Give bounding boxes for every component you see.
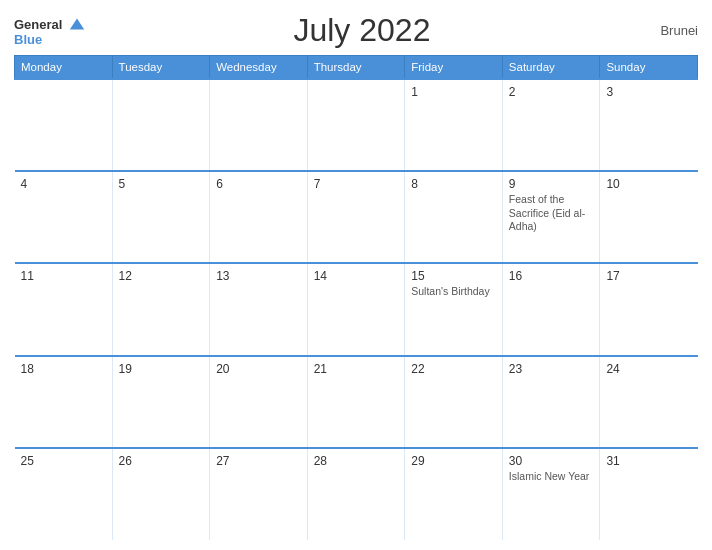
calendar-day-cell: 27 xyxy=(210,448,308,540)
calendar-day-cell: 19 xyxy=(112,356,210,448)
day-of-week-header: Wednesday xyxy=(210,56,308,80)
calendar-day-cell: 18 xyxy=(15,356,113,448)
logo-triangle-icon xyxy=(68,15,86,33)
day-number: 31 xyxy=(606,454,691,468)
day-number: 1 xyxy=(411,85,496,99)
calendar-day-cell: 2 xyxy=(502,79,600,171)
calendar-day-cell: 30Islamic New Year xyxy=(502,448,600,540)
calendar-day-cell: 20 xyxy=(210,356,308,448)
day-event: Islamic New Year xyxy=(509,470,590,482)
day-number: 27 xyxy=(216,454,301,468)
calendar-day-cell: 1 xyxy=(405,79,503,171)
calendar-day-cell: 15Sultan's Birthday xyxy=(405,263,503,355)
day-number: 8 xyxy=(411,177,496,191)
day-number: 11 xyxy=(21,269,106,283)
day-number: 6 xyxy=(216,177,301,191)
calendar-day-cell: 25 xyxy=(15,448,113,540)
header: General Blue July 2022 Brunei xyxy=(14,12,698,49)
day-number: 7 xyxy=(314,177,399,191)
calendar-day-cell: 26 xyxy=(112,448,210,540)
day-of-week-header: Tuesday xyxy=(112,56,210,80)
calendar-day-cell: 12 xyxy=(112,263,210,355)
logo-blue-text: Blue xyxy=(14,33,42,46)
day-of-week-header: Thursday xyxy=(307,56,405,80)
country-label: Brunei xyxy=(638,23,698,38)
day-number: 5 xyxy=(119,177,204,191)
day-of-week-header: Sunday xyxy=(600,56,698,80)
calendar-day-cell: 29 xyxy=(405,448,503,540)
day-number: 12 xyxy=(119,269,204,283)
calendar-week-row: 18192021222324 xyxy=(15,356,698,448)
calendar-day-cell: 6 xyxy=(210,171,308,263)
day-number: 15 xyxy=(411,269,496,283)
calendar-day-cell: 10 xyxy=(600,171,698,263)
calendar-day-cell: 8 xyxy=(405,171,503,263)
calendar-day-cell xyxy=(307,79,405,171)
day-number: 16 xyxy=(509,269,594,283)
logo-general-text: General xyxy=(14,17,62,32)
day-number: 23 xyxy=(509,362,594,376)
svg-marker-0 xyxy=(70,19,84,30)
calendar-day-cell: 22 xyxy=(405,356,503,448)
calendar-day-cell: 11 xyxy=(15,263,113,355)
day-number: 17 xyxy=(606,269,691,283)
calendar-day-cell: 9Feast of the Sacrifice (Eid al-Adha) xyxy=(502,171,600,263)
day-of-week-header: Monday xyxy=(15,56,113,80)
calendar-day-cell: 23 xyxy=(502,356,600,448)
day-number: 9 xyxy=(509,177,594,191)
calendar-day-cell: 14 xyxy=(307,263,405,355)
day-number: 21 xyxy=(314,362,399,376)
day-of-week-header: Saturday xyxy=(502,56,600,80)
day-number: 4 xyxy=(21,177,106,191)
calendar-day-cell xyxy=(112,79,210,171)
day-number: 29 xyxy=(411,454,496,468)
day-of-week-header: Friday xyxy=(405,56,503,80)
day-number: 3 xyxy=(606,85,691,99)
day-number: 10 xyxy=(606,177,691,191)
day-event: Sultan's Birthday xyxy=(411,285,489,297)
calendar-day-cell: 28 xyxy=(307,448,405,540)
calendar-day-cell: 4 xyxy=(15,171,113,263)
calendar-week-row: 252627282930Islamic New Year31 xyxy=(15,448,698,540)
calendar-title: July 2022 xyxy=(86,12,638,49)
calendar-day-cell: 17 xyxy=(600,263,698,355)
calendar-day-cell: 3 xyxy=(600,79,698,171)
day-number: 14 xyxy=(314,269,399,283)
logo: General Blue xyxy=(14,15,86,47)
page: General Blue July 2022 Brunei MondayTues… xyxy=(0,0,712,550)
calendar-table: MondayTuesdayWednesdayThursdayFridaySatu… xyxy=(14,55,698,540)
calendar-day-cell: 16 xyxy=(502,263,600,355)
calendar-day-cell: 13 xyxy=(210,263,308,355)
day-event: Feast of the Sacrifice (Eid al-Adha) xyxy=(509,193,585,232)
day-number: 24 xyxy=(606,362,691,376)
day-number: 18 xyxy=(21,362,106,376)
calendar-week-row: 123 xyxy=(15,79,698,171)
day-number: 2 xyxy=(509,85,594,99)
day-number: 13 xyxy=(216,269,301,283)
day-number: 19 xyxy=(119,362,204,376)
day-number: 28 xyxy=(314,454,399,468)
calendar-day-cell: 24 xyxy=(600,356,698,448)
calendar-week-row: 1112131415Sultan's Birthday1617 xyxy=(15,263,698,355)
calendar-week-row: 456789Feast of the Sacrifice (Eid al-Adh… xyxy=(15,171,698,263)
day-number: 25 xyxy=(21,454,106,468)
calendar-day-cell xyxy=(210,79,308,171)
calendar-day-cell: 5 xyxy=(112,171,210,263)
calendar-day-cell: 21 xyxy=(307,356,405,448)
calendar-day-cell: 7 xyxy=(307,171,405,263)
day-number: 20 xyxy=(216,362,301,376)
calendar-day-cell xyxy=(15,79,113,171)
day-number: 22 xyxy=(411,362,496,376)
day-number: 26 xyxy=(119,454,204,468)
day-number: 30 xyxy=(509,454,594,468)
calendar-day-cell: 31 xyxy=(600,448,698,540)
calendar-header-row: MondayTuesdayWednesdayThursdayFridaySatu… xyxy=(15,56,698,80)
